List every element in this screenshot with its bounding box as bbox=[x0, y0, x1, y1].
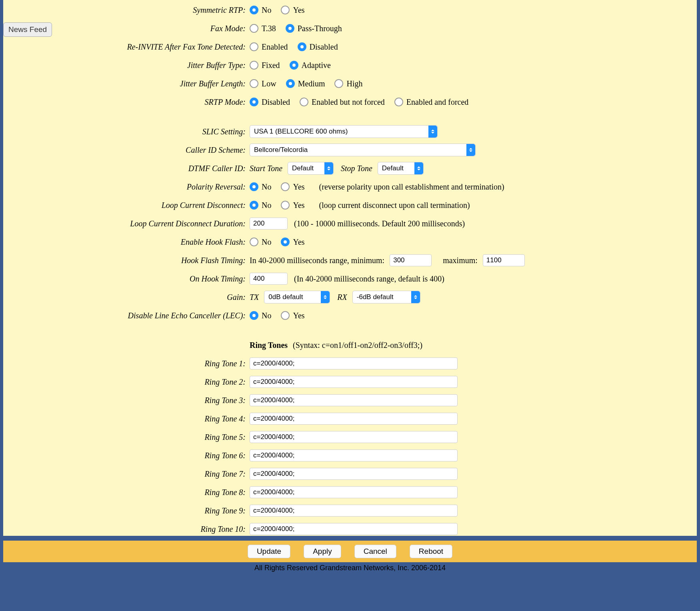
ring-tone-input[interactable] bbox=[250, 468, 458, 480]
chevron-updown-icon bbox=[324, 162, 333, 174]
ring-tone-label: Ring Tone 4: bbox=[6, 414, 250, 423]
srtp-enabled-forced[interactable]: Enabled and forced bbox=[394, 98, 468, 107]
ring-tone-label: Ring Tone 8: bbox=[6, 488, 250, 497]
reboot-button[interactable]: Reboot bbox=[410, 545, 452, 558]
loop-disc-hint: (loop current disconnect upon call termi… bbox=[319, 201, 470, 210]
hook-flash-no[interactable]: No bbox=[250, 238, 271, 247]
fax-mode-t38[interactable]: T.38 bbox=[250, 24, 276, 33]
hook-timing-max-input[interactable] bbox=[483, 254, 525, 266]
news-feed-button[interactable]: News Feed bbox=[3, 22, 52, 37]
symmetric-rtp-yes[interactable]: Yes bbox=[281, 6, 304, 15]
gain-tx-label: TX bbox=[250, 293, 259, 302]
srtp-label: SRTP Mode: bbox=[6, 98, 250, 107]
hook-flash-label: Enable Hook Flash: bbox=[6, 238, 250, 247]
cid-scheme-label: Caller ID Scheme: bbox=[6, 146, 250, 155]
ring-tone-input[interactable] bbox=[250, 376, 458, 388]
ring-tone-label: Ring Tone 9: bbox=[6, 506, 250, 515]
jitter-len-medium[interactable]: Medium bbox=[286, 79, 325, 88]
lec-no[interactable]: No bbox=[250, 311, 271, 320]
hook-timing-min-input[interactable] bbox=[390, 254, 432, 266]
ring-tones-syntax: (Syntax: c=on1/off1-on2/off2-on3/off3;) bbox=[293, 341, 422, 350]
reinvite-enabled[interactable]: Enabled bbox=[250, 42, 288, 52]
cid-scheme-select[interactable]: Bellcore/Telcordia bbox=[250, 144, 476, 156]
hook-timing-pre: In 40-2000 milliseconds range, minimum: bbox=[250, 256, 384, 265]
ring-tone-label: Ring Tone 2: bbox=[6, 377, 250, 387]
chevron-updown-icon bbox=[428, 126, 437, 138]
ring-tone-label: Ring Tone 10: bbox=[6, 525, 250, 534]
ring-tone-input[interactable] bbox=[250, 431, 458, 443]
jitter-type-adaptive[interactable]: Adaptive bbox=[290, 61, 331, 70]
chevron-updown-icon bbox=[466, 144, 475, 156]
ring-tone-input[interactable] bbox=[250, 449, 458, 461]
gain-label: Gain: bbox=[6, 293, 250, 302]
stop-tone-select[interactable]: Default bbox=[378, 162, 424, 175]
on-hook-input[interactable] bbox=[250, 273, 288, 285]
ring-tone-label: Ring Tone 6: bbox=[6, 451, 250, 460]
loop-dur-label: Loop Current Disconnect Duration: bbox=[6, 219, 250, 228]
loop-disc-label: Loop Current Disconnect: bbox=[6, 201, 250, 210]
fax-mode-passthrough[interactable]: Pass-Through bbox=[286, 24, 342, 33]
symmetric-rtp-no[interactable]: No bbox=[250, 6, 271, 15]
dtmf-cid-label: DTMF Caller ID: bbox=[6, 164, 250, 173]
srtp-disabled[interactable]: Disabled bbox=[250, 98, 290, 107]
polarity-no[interactable]: No bbox=[250, 182, 271, 192]
footer-text: All Rights Reserved Grandstream Networks… bbox=[0, 562, 700, 575]
on-hook-hint: (In 40-2000 milliseconds range, default … bbox=[294, 274, 444, 284]
start-tone-select[interactable]: Default bbox=[288, 162, 334, 175]
symmetric-rtp-label: Symmetric RTP: bbox=[6, 6, 250, 15]
ring-tone-input[interactable] bbox=[250, 505, 458, 517]
ring-tone-label: Ring Tone 5: bbox=[6, 433, 250, 442]
slic-label: SLIC Setting: bbox=[6, 127, 250, 136]
jitter-type-label: Jitter Buffer Type: bbox=[6, 61, 250, 70]
jitter-len-label: Jitter Buffer Length: bbox=[6, 79, 250, 88]
chevron-updown-icon bbox=[321, 291, 330, 303]
polarity-yes[interactable]: Yes bbox=[281, 182, 304, 192]
stop-tone-label: Stop Tone bbox=[341, 164, 372, 173]
ring-tone-label: Ring Tone 7: bbox=[6, 469, 250, 479]
ring-tone-input[interactable] bbox=[250, 357, 458, 369]
button-bar: Update Apply Cancel Reboot bbox=[3, 541, 697, 562]
hook-timing-label: Hook Flash Timing: bbox=[6, 256, 250, 265]
gain-tx-select[interactable]: 0dB default bbox=[264, 291, 330, 304]
polarity-label: Polarity Reversal: bbox=[6, 182, 250, 192]
loop-disc-no[interactable]: No bbox=[250, 201, 271, 210]
gain-rx-select[interactable]: -6dB default bbox=[352, 291, 420, 304]
gain-rx-label: RX bbox=[337, 293, 347, 302]
lec-yes[interactable]: Yes bbox=[281, 311, 304, 320]
reinvite-disabled[interactable]: Disabled bbox=[298, 42, 338, 52]
jitter-len-high[interactable]: High bbox=[334, 79, 362, 88]
hook-flash-yes[interactable]: Yes bbox=[281, 238, 304, 247]
ring-tone-input[interactable] bbox=[250, 394, 458, 406]
jitter-type-fixed[interactable]: Fixed bbox=[250, 61, 280, 70]
ring-tone-input[interactable] bbox=[250, 486, 458, 498]
ring-tone-label: Ring Tone 1: bbox=[6, 359, 250, 368]
jitter-len-low[interactable]: Low bbox=[250, 79, 276, 88]
cancel-button[interactable]: Cancel bbox=[354, 545, 396, 558]
chevron-updown-icon bbox=[411, 291, 420, 303]
loop-dur-input[interactable] bbox=[250, 218, 288, 230]
hook-timing-max-label: maximum: bbox=[443, 256, 478, 265]
update-button[interactable]: Update bbox=[248, 545, 290, 558]
settings-form: Symmetric RTP: No Yes Fax Mode: T.38 Pas… bbox=[3, 0, 697, 536]
chevron-updown-icon bbox=[414, 162, 423, 174]
start-tone-label: Start Tone bbox=[250, 164, 282, 173]
loop-disc-yes[interactable]: Yes bbox=[281, 201, 304, 210]
polarity-hint: (reverse polarity upon call establishmen… bbox=[319, 182, 504, 192]
lec-label: Disable Line Echo Canceller (LEC): bbox=[6, 311, 250, 320]
ring-tone-input[interactable] bbox=[250, 523, 458, 535]
ring-tones-title: Ring Tones bbox=[250, 341, 288, 350]
reinvite-label: Re-INVITE After Fax Tone Detected: bbox=[6, 42, 250, 52]
on-hook-label: On Hook Timing: bbox=[6, 274, 250, 284]
ring-tone-label: Ring Tone 3: bbox=[6, 396, 250, 405]
ring-tone-input[interactable] bbox=[250, 413, 458, 425]
slic-select[interactable]: USA 1 (BELLCORE 600 ohms) bbox=[250, 125, 438, 138]
apply-button[interactable]: Apply bbox=[304, 545, 341, 558]
loop-dur-hint: (100 - 10000 milliseconds. Default 200 m… bbox=[294, 219, 465, 228]
srtp-enabled-not-forced[interactable]: Enabled but not forced bbox=[300, 98, 385, 107]
